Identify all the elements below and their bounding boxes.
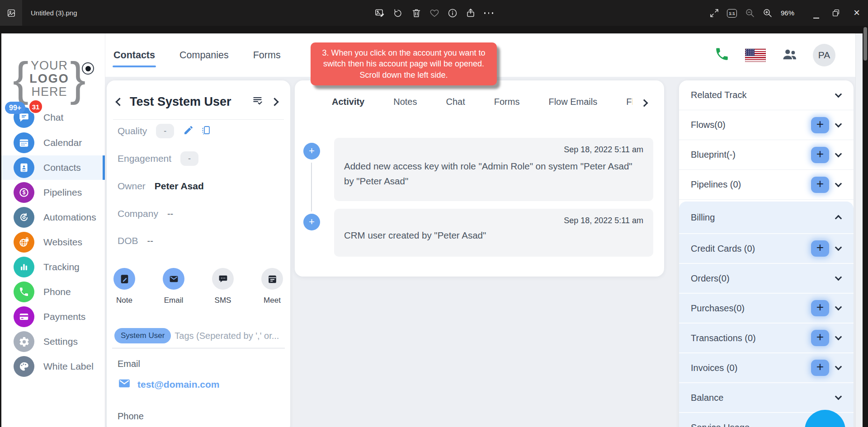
zoom-in-button[interactable] [762,7,774,19]
email-button[interactable]: Email [158,268,189,305]
chevron-down-icon[interactable] [835,120,842,127]
tab-forms[interactable]: Forms [253,50,281,61]
share-button[interactable] [465,7,476,19]
chevron-down-icon[interactable] [835,244,842,251]
chevron-down-icon[interactable] [835,150,842,157]
header-phone-icon[interactable] [714,47,730,64]
edit-image-button[interactable] [374,7,386,19]
chevron-down-icon[interactable] [835,180,842,187]
tab-flow-emails[interactable]: Flow Emails [548,97,597,107]
sidebar-item-pipelines[interactable]: $ Pipelines [1,180,105,205]
related-row-invoices[interactable]: Invoices (0) [679,353,854,383]
related-row-blueprint[interactable]: Blueprint(-) [679,140,854,170]
tab-forms[interactable]: Forms [494,97,520,107]
tab-activity[interactable]: Activity [332,97,364,107]
photos-app-icon[interactable] [0,0,22,26]
sidebar-item-white-label[interactable]: White Label [1,354,105,379]
sidebar-item-tracking[interactable]: Tracking [1,255,105,279]
zoom-out-button[interactable] [744,7,756,19]
sidebar-item-payments[interactable]: Payments [1,305,105,329]
delete-button[interactable] [410,7,422,19]
chat-alert-badge: 31 [28,99,43,114]
related-row-orders[interactable]: Orders(0) [679,264,854,294]
tab-companies[interactable]: Companies [179,50,229,61]
sms-button[interactable]: SMS [207,268,239,305]
related-row-flows[interactable]: Flows(0) [679,110,854,140]
add-flows-button[interactable] [811,117,829,133]
language-flag-us[interactable] [745,48,766,62]
tab-contacts[interactable]: Contacts [113,50,155,61]
row-label: Transactions (0) [691,333,811,343]
add-pipelines-button[interactable] [811,177,829,193]
note-button[interactable]: Note [108,268,140,305]
row-label: Credit Cards (0) [691,244,811,254]
tooltip-line2: Scroll down the left side. [318,70,490,80]
rotate-button[interactable] [392,7,404,19]
add-activity-button[interactable] [303,214,320,230]
record-indicator[interactable] [82,62,94,75]
chevron-down-icon[interactable] [835,393,842,400]
chevron-down-icon[interactable] [835,363,842,371]
related-row-related-track[interactable]: Related Track [679,80,854,110]
owner-value[interactable]: Peter Asad [155,181,204,192]
add-transaction-button[interactable] [811,330,829,346]
logo[interactable]: { YOUR LOGO HERE } [1,57,97,100]
meet-button[interactable]: Meet [256,268,288,305]
next-contact-icon[interactable] [270,98,278,106]
sidebar-item-websites[interactable]: Websites [1,230,105,254]
sidebar: { YOUR LOGO HERE } 99+ 31 Chat [1,33,105,427]
minimize-button[interactable] [810,12,822,24]
chevron-down-icon[interactable] [835,333,842,341]
sidebar-item-contacts[interactable]: Contacts [1,155,105,180]
phone-section-label: Phone [118,411,144,422]
close-button[interactable] [851,7,863,19]
add-purchase-button[interactable] [811,300,829,316]
tag-system-user[interactable]: System User [114,328,171,343]
add-credit-card-button[interactable] [811,240,829,257]
tab-flows-truncated[interactable]: Flo [626,97,632,107]
tab-chat[interactable]: Chat [446,97,465,107]
company-value[interactable]: -- [167,209,173,219]
quality-value[interactable]: - [156,124,174,138]
actual-size-button[interactable]: 1:1 [726,7,738,19]
tabs-scroll-right-icon[interactable] [641,99,648,107]
related-row-purchases[interactable]: Purchases(0) [679,294,854,324]
tasks-list-icon[interactable] [252,95,264,108]
related-row-pipelines[interactable]: Pipelines (0) [679,170,854,200]
engagement-value[interactable]: - [180,151,198,166]
contacts-people-icon[interactable] [781,46,797,64]
contact-email-link[interactable]: test@domain.com [137,379,220,390]
edit-pencil-icon[interactable] [183,125,194,137]
related-row-balance[interactable]: Balance [679,383,854,413]
chevron-up-icon[interactable] [835,215,842,222]
info-button[interactable] [447,7,458,19]
chevron-down-icon[interactable] [835,274,842,281]
tags-input[interactable]: Tags (Seperated by ',' or... [175,331,279,341]
add-blueprint-button[interactable] [811,147,829,163]
dob-value[interactable]: -- [147,236,153,246]
user-avatar[interactable]: PA [813,44,835,66]
related-row-billing[interactable]: Billing [679,202,854,234]
sidebar-item-phone[interactable]: Phone [1,280,105,304]
email-icon [163,268,184,290]
restore-button[interactable] [830,7,842,19]
related-row-transactions[interactable]: Transactions (0) [679,324,854,353]
field-company: Company -- [118,205,281,223]
sidebar-item-automations[interactable]: Automations [1,205,105,230]
sidebar-item-calendar[interactable]: Calendar [1,131,105,155]
add-activity-button[interactable] [303,143,320,160]
back-icon[interactable] [115,98,123,106]
favorite-icon[interactable] [429,7,440,19]
fit-to-window-button[interactable] [708,7,720,19]
copy-icon[interactable] [200,125,211,137]
related-row-credit-cards[interactable]: Credit Cards (0) [679,234,854,264]
sidebar-item-label: Automations [43,212,96,223]
tab-notes[interactable]: Notes [393,97,417,107]
more-button[interactable] [483,7,495,19]
viewer-scrollbar-thumb[interactable] [863,27,867,61]
chevron-down-icon[interactable] [835,90,842,98]
add-invoice-button[interactable] [811,360,829,376]
crm-page-scrollbar[interactable] [855,33,863,427]
chevron-down-icon[interactable] [835,304,842,311]
sidebar-item-settings[interactable]: Settings [1,329,105,354]
